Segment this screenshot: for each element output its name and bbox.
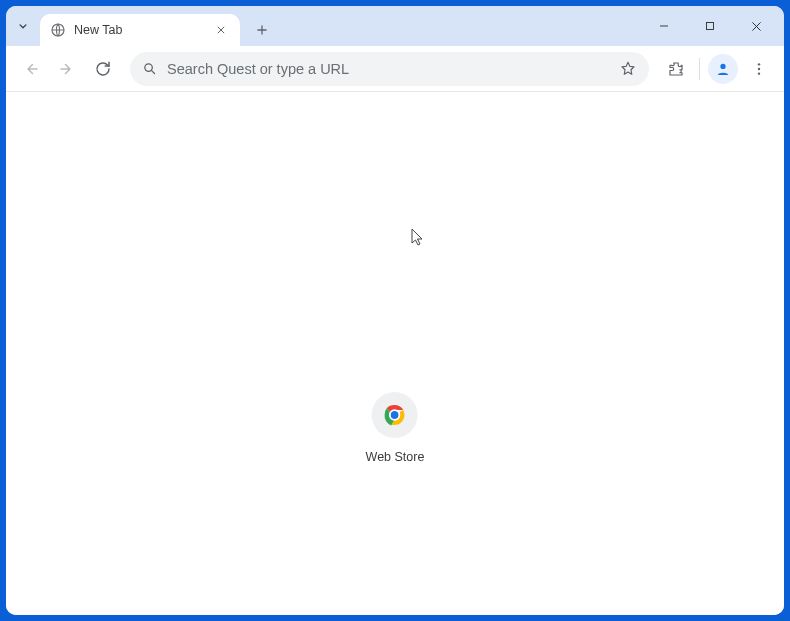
chevron-down-icon — [16, 19, 30, 33]
maximize-button[interactable] — [698, 14, 722, 38]
title-bar: New Tab — [6, 6, 784, 46]
svg-point-3 — [720, 63, 725, 68]
plus-icon — [255, 23, 269, 37]
svg-point-8 — [391, 411, 399, 419]
shortcut-web-store[interactable]: Web Store — [366, 392, 425, 464]
svg-point-4 — [758, 63, 760, 65]
minimize-icon — [658, 20, 670, 32]
extensions-button[interactable] — [661, 54, 691, 84]
globe-icon — [50, 22, 66, 38]
close-icon — [750, 20, 763, 33]
menu-button[interactable] — [744, 54, 774, 84]
shortcut-label: Web Store — [366, 450, 425, 464]
close-icon — [216, 25, 226, 35]
page-content: Web Store — [6, 92, 784, 615]
kebab-icon — [751, 61, 767, 77]
profile-button[interactable] — [708, 54, 738, 84]
svg-point-5 — [758, 67, 760, 69]
toolbar-divider — [699, 58, 700, 80]
mouse-cursor-icon — [411, 228, 427, 248]
address-bar[interactable] — [130, 52, 649, 86]
address-input[interactable] — [167, 61, 609, 77]
new-tab-button[interactable] — [248, 16, 276, 44]
search-tabs-button[interactable] — [6, 6, 40, 46]
arrow-right-icon — [58, 60, 76, 78]
tab-close-button[interactable] — [212, 21, 230, 39]
reload-icon — [94, 60, 112, 78]
maximize-icon — [704, 20, 716, 32]
forward-button[interactable] — [52, 54, 82, 84]
svg-point-6 — [758, 72, 760, 74]
toolbar — [6, 46, 784, 92]
shortcut-tile — [372, 392, 418, 438]
search-icon — [142, 61, 157, 76]
minimize-button[interactable] — [652, 14, 676, 38]
svg-rect-1 — [707, 23, 714, 30]
tab-new-tab[interactable]: New Tab — [40, 14, 240, 46]
arrow-left-icon — [22, 60, 40, 78]
person-icon — [714, 60, 732, 78]
window-close-button[interactable] — [744, 14, 768, 38]
reload-button[interactable] — [88, 54, 118, 84]
back-button[interactable] — [16, 54, 46, 84]
bookmark-star-icon[interactable] — [619, 60, 637, 78]
chrome-icon — [383, 403, 407, 427]
tab-title: New Tab — [74, 23, 204, 37]
puzzle-icon — [667, 60, 685, 78]
browser-window: New Tab — [6, 6, 784, 615]
window-controls — [642, 6, 778, 46]
